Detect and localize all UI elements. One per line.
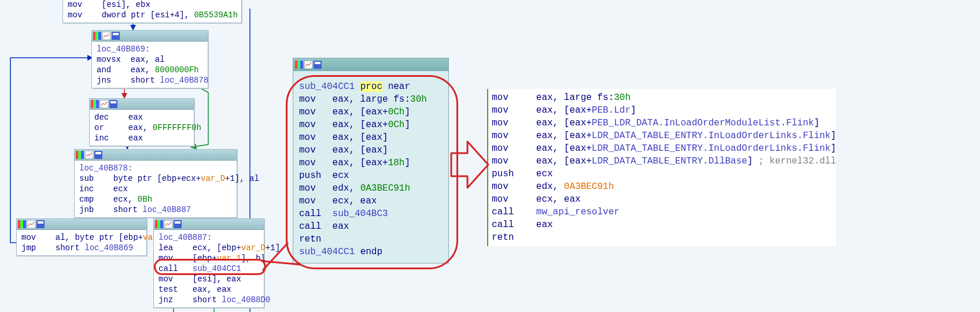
- node-titlebar: [90, 99, 194, 110]
- svg-rect-14: [81, 151, 84, 159]
- svg-rect-30: [295, 61, 297, 69]
- svg-rect-7: [93, 100, 96, 108]
- chart-icon: [27, 220, 35, 228]
- graph-node-40B878[interactable]: loc_40B878: sub byte ptr [ebp+ecx+var_D+…: [74, 149, 237, 218]
- color-icon: [93, 32, 101, 40]
- chart-icon: [304, 61, 312, 69]
- hex-icon: [94, 151, 102, 159]
- disasm-body: loc_40B887: lea ecx, [ebp+var_D+1] mov […: [154, 230, 264, 307]
- graph-node-top[interactable]: mov [esi], ebx mov dword ptr [esi+4], 0B…: [62, 0, 242, 23]
- hex-icon: [174, 220, 182, 228]
- svg-rect-18: [18, 220, 20, 228]
- svg-rect-24: [155, 220, 157, 228]
- node-titlebar: [293, 58, 448, 71]
- color-icon: [295, 61, 303, 69]
- svg-rect-1: [95, 32, 98, 40]
- disasm-body: sub_404CC1 proc near mov eax, large fs:3…: [293, 71, 448, 263]
- disasm-body: loc_40B869: movsx eax, al and eax, 80000…: [92, 42, 208, 88]
- svg-rect-8: [96, 100, 99, 108]
- graph-node-40B869[interactable]: loc_40B869: movsx eax, al and eax, 80000…: [91, 30, 208, 88]
- svg-rect-31: [297, 61, 300, 69]
- svg-rect-29: [175, 221, 180, 224]
- node-titlebar: [17, 219, 146, 230]
- svg-rect-17: [95, 152, 101, 154]
- decoded-disassembly-panel[interactable]: mov eax, large fs:30h mov eax, [eax+PEB.…: [487, 89, 836, 246]
- svg-rect-23: [38, 221, 43, 224]
- chart-icon: [100, 100, 108, 108]
- color-icon: [18, 220, 26, 228]
- hex-icon: [109, 100, 117, 108]
- node-titlebar: [92, 31, 208, 42]
- svg-rect-19: [20, 220, 23, 228]
- graph-node-dec[interactable]: dec eax or eax, 0FFFFFFF0h inc eax: [89, 98, 194, 146]
- node-titlebar: [154, 219, 264, 230]
- color-icon: [76, 151, 84, 159]
- svg-rect-25: [157, 220, 160, 228]
- svg-rect-2: [98, 32, 101, 40]
- disasm-body: loc_40B878: sub byte ptr [ebp+ecx+var_D+…: [75, 161, 237, 217]
- svg-rect-5: [113, 33, 119, 35]
- graph-node-mov-al[interactable]: mov al, byte ptr [ebp+var_D] jmp short l…: [16, 218, 147, 256]
- hex-icon: [36, 220, 45, 228]
- color-icon: [91, 100, 99, 108]
- svg-rect-12: [76, 151, 78, 159]
- svg-rect-0: [93, 32, 95, 40]
- graph-node-40B887[interactable]: loc_40B887: lea ecx, [ebp+var_D+1] mov […: [153, 218, 264, 308]
- node-titlebar: [75, 150, 237, 161]
- svg-rect-11: [110, 101, 116, 103]
- hex-icon: [112, 32, 120, 40]
- svg-rect-6: [91, 100, 93, 108]
- graph-node-sub-404CC1[interactable]: sub_404CC1 proc near mov eax, large fs:3…: [293, 58, 449, 263]
- hex-icon: [314, 61, 322, 69]
- chart-icon: [164, 220, 172, 228]
- disasm-body: dec eax or eax, 0FFFFFFF0h inc eax: [90, 110, 194, 146]
- arrow-icon: [450, 139, 491, 191]
- svg-rect-13: [78, 151, 81, 159]
- color-icon: [155, 220, 163, 228]
- disasm-body: mov al, byte ptr [ebp+var_D] jmp short l…: [17, 230, 146, 255]
- svg-rect-35: [315, 62, 320, 64]
- svg-rect-26: [160, 220, 163, 228]
- chart-icon: [85, 151, 93, 159]
- svg-rect-20: [23, 220, 26, 228]
- svg-rect-32: [300, 61, 303, 69]
- chart-icon: [102, 32, 110, 40]
- disasm-body: mov [esi], ebx mov dword ptr [esi+4], 0B…: [63, 0, 241, 23]
